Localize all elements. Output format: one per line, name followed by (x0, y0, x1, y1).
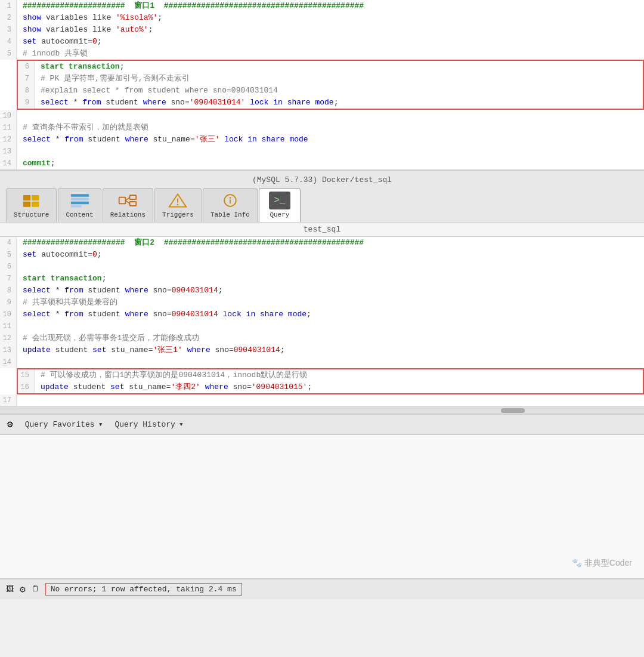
terminal-icon: >_ (269, 192, 290, 209)
tab-tableinfo-label: Table Info (210, 211, 250, 218)
output-area: 🐾 非典型Coder (0, 435, 644, 578)
toolbar-tabs: Structure Content (0, 188, 644, 222)
code-line: 10 (0, 110, 644, 122)
tab-triggers-label: Triggers (162, 211, 194, 218)
code-line: 11 (0, 320, 644, 332)
query-icon: >_ (269, 191, 290, 210)
relations-icon (117, 191, 138, 210)
connection-label: (MySQL 5.7.33) Docker/test_sql (0, 174, 644, 188)
code-line: 6 start transaction; (18, 61, 643, 73)
tab-relations-label: Relations (110, 211, 145, 218)
scrollbar-thumb[interactable] (501, 408, 525, 413)
table-name: test_sql (304, 225, 340, 234)
svg-rect-0 (23, 195, 30, 201)
status-message: No errors; 1 row affected, taking 2.4 ms (45, 583, 242, 596)
watermark-icon: 🐾 (572, 558, 582, 567)
svg-point-15 (177, 204, 179, 206)
code-line: 4 set autocommit=0; (0, 36, 644, 48)
code-line: 15 # 可以修改成功，窗口1的共享锁加的是0904031014，innodb默… (18, 369, 643, 381)
code-line: 3 show variables like 'auto%'; (0, 24, 644, 36)
svg-rect-3 (32, 202, 39, 207)
svg-point-18 (230, 197, 231, 199)
code-line: 7 # PK 是字符串,需要加引号,否则不走索引 (18, 73, 643, 85)
tab-triggers[interactable]: Triggers (154, 188, 202, 222)
code-line: 2 show variables like '%isola%'; (0, 12, 644, 24)
status-image-icon: 🖼 (6, 585, 14, 594)
svg-rect-2 (32, 195, 39, 201)
tab-relations[interactable]: Relations (103, 188, 153, 222)
status-db-icon: 🗒 (32, 585, 39, 594)
query-history-label: Query History (115, 420, 175, 429)
status-bar: 🖼 ⚙ 🗒 No errors; 1 row affected, taking … (0, 578, 644, 599)
favorites-dropdown-icon[interactable]: ▾ (98, 420, 103, 429)
code-line: 10 select * from student where sno=09040… (0, 309, 644, 320)
code-line: 11 # 查询条件不带索引，加的就是表锁 (0, 122, 644, 134)
tab-tableinfo[interactable]: Table Info (203, 188, 258, 222)
toolbar: (MySQL 5.7.33) Docker/test_sql Structure (0, 170, 644, 223)
svg-rect-1 (23, 202, 30, 207)
content-icon (69, 191, 91, 210)
code-line: 8 #explain select * from student where s… (18, 85, 643, 97)
settings-gear-icon[interactable]: ⚙ (7, 418, 13, 430)
tableinfo-icon (219, 191, 241, 210)
code-line: 1 ###################### 窗口1 ###########… (0, 0, 644, 12)
watermark: 🐾 非典型Coder (572, 558, 632, 569)
structure-icon (21, 191, 42, 210)
svg-rect-6 (70, 202, 88, 204)
watermark-text: 非典型Coder (584, 558, 632, 567)
tab-structure-label: Structure (14, 211, 49, 218)
tab-structure[interactable]: Structure (6, 188, 57, 222)
code-line: 9 # 共享锁和共享锁是兼容的 (0, 297, 644, 309)
code-line: 5 # innodb 共享锁 (0, 48, 644, 60)
svg-rect-10 (130, 202, 137, 206)
triggers-icon (167, 191, 188, 210)
query-history-item[interactable]: Query History ▾ (115, 420, 184, 429)
history-dropdown-icon[interactable]: ▾ (179, 420, 184, 429)
svg-rect-9 (130, 195, 137, 199)
code-line: 6 (0, 261, 644, 273)
svg-line-11 (126, 198, 130, 201)
tab-content-label: Content (66, 211, 93, 218)
code-line: 4 ###################### 窗口2 ###########… (0, 237, 644, 249)
code-line: 7 start transaction; (0, 273, 644, 285)
svg-rect-8 (119, 198, 126, 204)
code-line: 14 commit; (0, 158, 644, 169)
top-editor: 1 ###################### 窗口1 ###########… (0, 0, 644, 170)
horizontal-scrollbar[interactable] (0, 406, 644, 414)
code-line: 12 select * from student where stu_name=… (0, 134, 644, 146)
query-toolbar: ⚙ Query Favorites ▾ Query History ▾ (0, 414, 644, 435)
svg-line-12 (126, 201, 130, 203)
highlight-block-top: 6 start transaction; 7 # PK 是字符串,需要加引号,否… (17, 60, 644, 110)
highlight-block-bottom: 15 # 可以修改成功，窗口1的共享锁加的是0904031014，innodb默… (17, 368, 644, 394)
tab-query-label: Query (270, 211, 289, 218)
tab-content[interactable]: Content (58, 188, 101, 222)
code-line: 9 select * from student where sno='09040… (18, 97, 643, 109)
status-gear-icon[interactable]: ⚙ (20, 584, 26, 596)
top-code-area[interactable]: 1 ###################### 窗口1 ###########… (0, 0, 644, 169)
code-line: 16 update student set stu_name='李四2' whe… (18, 381, 643, 393)
code-line: 5 set autocommit=0; (0, 249, 644, 261)
svg-rect-7 (70, 205, 81, 208)
table-name-bar: test_sql (0, 223, 644, 237)
query-favorites-item[interactable]: Query Favorites ▾ (25, 420, 103, 429)
code-line: 13 update student set stu_name='张三1' whe… (0, 344, 644, 356)
bottom-editor[interactable]: 4 ###################### 窗口2 ###########… (0, 237, 644, 414)
svg-rect-4 (70, 194, 88, 196)
code-line: 17 (0, 394, 644, 406)
code-line: 8 select * from student where sno=090403… (0, 285, 644, 297)
code-line: 14 (0, 356, 644, 368)
tab-query[interactable]: >_ Query (259, 188, 301, 222)
code-line: 12 # 会出现死锁，必需等事务1提交后，才能修改成功 (0, 332, 644, 344)
code-line: 13 (0, 146, 644, 158)
svg-rect-5 (70, 198, 88, 201)
query-favorites-label: Query Favorites (25, 420, 95, 429)
